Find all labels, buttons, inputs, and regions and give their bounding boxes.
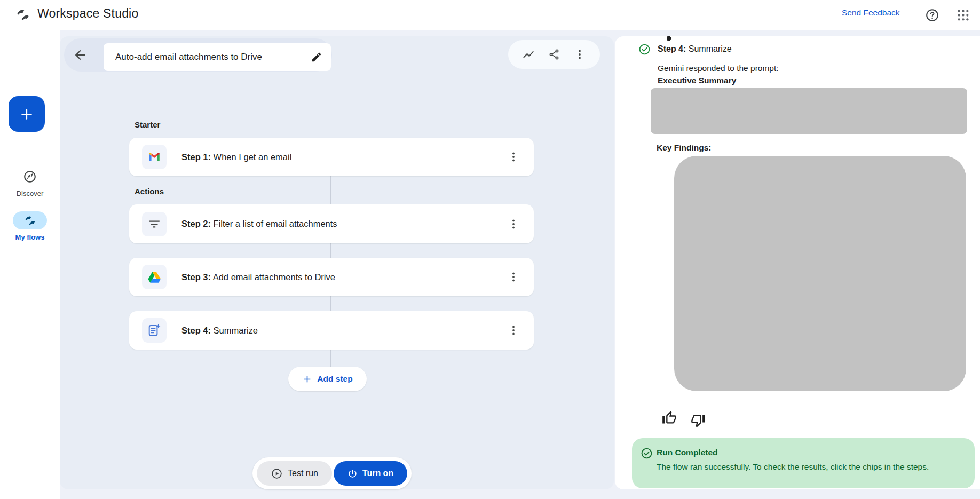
left-navigation-rail: Discover My flows <box>0 30 60 499</box>
actions-section-label: Actions <box>135 187 164 196</box>
step-title: Step 1: When I get an email <box>181 152 507 162</box>
sidebar-item-my-flows[interactable]: My flows <box>0 211 60 241</box>
redacted-findings-block <box>674 156 966 391</box>
filter-list-icon <box>147 217 161 231</box>
send-feedback-link[interactable]: Send Feedback <box>842 8 900 18</box>
prompt-title: Executive Summary <box>658 76 736 85</box>
plus-icon <box>19 106 35 122</box>
step-icon-chip <box>142 318 167 343</box>
summarize-gemini-icon <box>147 323 161 337</box>
step-card-1[interactable]: Step 1: When I get an email <box>129 138 534 176</box>
key-findings-label: Key Findings: <box>657 143 711 153</box>
gemini-response-intro: Gemini responded to the prompt: <box>658 64 779 73</box>
flow-title-text: Auto-add email attachments to Drive <box>115 52 311 62</box>
thumb-down-icon[interactable] <box>691 413 706 428</box>
sidebar-item-label: My flows <box>0 233 60 241</box>
add-step-button[interactable]: Add step <box>288 367 367 391</box>
step-card-2[interactable]: Step 2: Filter a list of email attachmen… <box>129 204 534 243</box>
sidebar-item-discover[interactable]: Discover <box>0 168 60 197</box>
step-connector <box>330 296 331 311</box>
activity-chart-icon[interactable] <box>522 48 535 61</box>
sidebar-item-label: Discover <box>0 189 60 197</box>
toast-title: Run Completed <box>657 448 718 457</box>
step-menu-icon[interactable] <box>507 218 520 231</box>
test-run-label: Test run <box>288 469 318 478</box>
google-drive-icon <box>147 270 161 284</box>
flow-title-bar: Auto-add email attachments to Drive <box>64 38 332 72</box>
toast-message: The flow ran successfully. To check the … <box>657 460 963 473</box>
plus-icon <box>302 374 312 384</box>
add-step-label: Add step <box>317 374 352 384</box>
step-title: Step 4: Summarize <box>181 326 507 336</box>
compass-icon <box>23 170 37 184</box>
step-card-3[interactable]: Step 3: Add email attachments to Drive <box>129 258 534 296</box>
list-bullet <box>667 36 671 41</box>
step-connector <box>330 350 331 367</box>
redacted-summary-block <box>651 88 967 134</box>
panel-step-title: Step 4: Summarize <box>658 44 732 54</box>
play-circle-icon <box>271 468 283 480</box>
run-results-panel: Step 4: Summarize Gemini responded to th… <box>615 36 980 489</box>
step-title: Step 2: Filter a list of email attachmen… <box>181 219 507 229</box>
check-circle-icon <box>641 447 653 460</box>
step-menu-icon[interactable] <box>507 324 520 337</box>
help-icon[interactable] <box>925 8 939 22</box>
step-connector <box>330 176 331 204</box>
workspace-studio-logo-icon <box>15 7 31 23</box>
run-controls: Test run Turn on <box>252 457 412 489</box>
flow-toolbar <box>508 40 600 69</box>
thumb-up-icon[interactable] <box>662 410 677 425</box>
step-title: Step 3: Add email attachments to Drive <box>181 272 507 282</box>
step-menu-icon[interactable] <box>507 151 520 163</box>
edit-pencil-icon[interactable] <box>311 51 322 63</box>
step-menu-icon[interactable] <box>507 271 520 283</box>
step-connector <box>330 243 331 258</box>
new-flow-button[interactable] <box>9 96 45 132</box>
gmail-icon <box>147 150 161 164</box>
step-icon-chip <box>142 212 167 236</box>
starter-section-label: Starter <box>135 120 160 129</box>
flow-canvas: Auto-add email attachments to Drive Star… <box>60 36 614 489</box>
app-title: Workspace Studio <box>37 6 138 21</box>
apps-grid-icon[interactable] <box>956 8 970 22</box>
run-completed-toast: Run Completed The flow ran successfully.… <box>632 438 975 488</box>
flows-icon <box>23 214 37 227</box>
more-options-icon[interactable] <box>573 48 586 61</box>
turn-on-button[interactable]: Turn on <box>334 461 407 486</box>
step-card-4[interactable]: Step 4: Summarize <box>129 311 534 350</box>
test-run-button[interactable]: Test run <box>257 461 332 486</box>
app-header: Workspace Studio Send Feedback <box>0 0 980 30</box>
step-icon-chip <box>142 145 167 169</box>
flow-title-field[interactable]: Auto-add email attachments to Drive <box>104 43 331 71</box>
power-icon <box>347 469 358 479</box>
back-arrow-icon[interactable] <box>73 47 88 62</box>
share-icon[interactable] <box>548 48 560 61</box>
check-circle-icon <box>638 43 651 56</box>
turn-on-label: Turn on <box>362 469 393 478</box>
step-icon-chip <box>142 265 167 289</box>
